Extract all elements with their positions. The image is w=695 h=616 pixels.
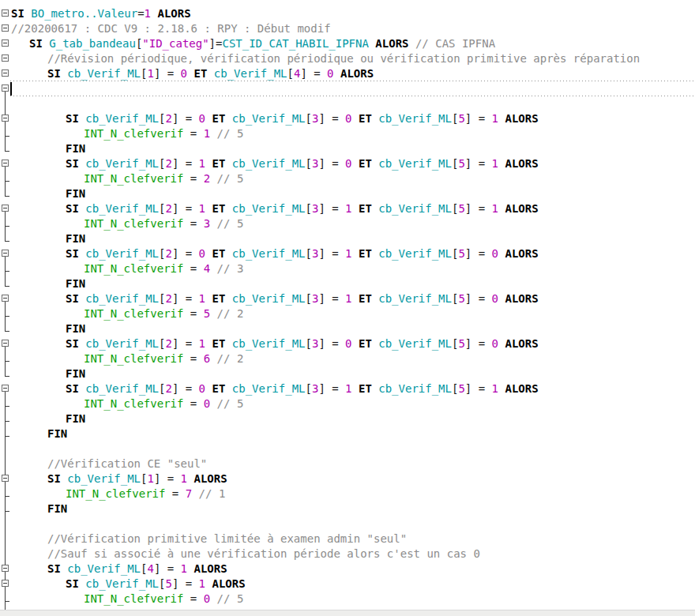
code-token: 0	[199, 382, 205, 395]
code-token: 0	[492, 337, 498, 350]
code-line-1[interactable]: SI BO_metro..Valeur=1 ALORS	[0, 6, 695, 21]
code-line-8[interactable]: SI cb_Verif_ML[2] = 0 ET cb_Verif_ML[3] …	[0, 111, 695, 126]
code-token: cb_Verif_ML	[232, 247, 306, 260]
code-line-7[interactable]	[0, 96, 695, 111]
code-line-40[interactable]: INT_N_clefverif = 0 // 5	[0, 592, 695, 607]
code-token: ALORS	[505, 337, 538, 350]
code-token: =	[165, 487, 185, 500]
code-text: FIN	[66, 186, 85, 201]
code-token: ET	[193, 67, 207, 80]
code-line-24[interactable]: INT_N_clefverif = 6 // 2	[0, 351, 695, 366]
code-line-27[interactable]: INT_N_clefverif = 0 // 5	[0, 396, 695, 411]
fold-collapse-icon[interactable]	[2, 295, 9, 302]
code-line-15[interactable]: INT_N_clefverif = 3 // 5	[0, 216, 695, 231]
code-token: ALORS	[375, 37, 408, 50]
code-token	[225, 112, 231, 125]
code-token: cb_Verif_ML	[85, 157, 159, 170]
code-line-16[interactable]: FIN	[0, 231, 695, 246]
code-line-29[interactable]: FIN	[0, 426, 695, 441]
fold-collapse-icon[interactable]	[2, 340, 9, 347]
code-line-35[interactable]	[0, 516, 695, 531]
code-token: ] =	[172, 337, 199, 350]
code-line-10[interactable]: FIN	[0, 141, 695, 156]
code-token: cb_Verif_ML	[378, 247, 452, 260]
code-line-6[interactable]	[0, 81, 695, 96]
code-text: SI cb_Verif_ML[1] = 0 ET cb_Verif_ML[4] …	[47, 66, 374, 81]
code-token: 2	[165, 202, 171, 215]
code-token: ] =	[318, 292, 345, 305]
fold-end-line	[5, 137, 9, 152]
code-line-13[interactable]: FIN	[0, 186, 695, 201]
fold-collapse-icon[interactable]	[2, 565, 9, 572]
horizontal-scrollbar-track[interactable]	[0, 610, 695, 616]
code-line-28[interactable]: FIN	[0, 411, 695, 426]
code-token: SI	[47, 67, 61, 80]
code-line-5[interactable]: SI cb_Verif_ML[1] = 0 ET cb_Verif_ML[4] …	[0, 66, 695, 81]
code-line-34[interactable]: FIN	[0, 501, 695, 516]
fold-collapse-icon[interactable]	[2, 160, 9, 167]
code-line-3[interactable]: SI G_tab_bandeau["ID_categ"]=CST_ID_CAT_…	[0, 36, 695, 51]
code-line-19[interactable]: FIN	[0, 276, 695, 291]
code-line-11[interactable]: SI cb_Verif_ML[2] = 1 ET cb_Verif_ML[3] …	[0, 156, 695, 171]
code-line-38[interactable]: SI cb_Verif_ML[4] = 1 ALORS	[0, 562, 695, 577]
code-token: cb_Verif_ML	[378, 202, 452, 215]
fold-end-line	[5, 392, 9, 407]
fold-end-line	[5, 482, 9, 497]
code-line-36[interactable]: //Vérification primitive limitée à exame…	[0, 531, 695, 547]
code-line-26[interactable]: SI cb_Verif_ML[2] = 0 ET cb_Verif_ML[3] …	[0, 381, 695, 396]
code-token: =	[183, 127, 203, 140]
code-line-2[interactable]: //20200617 : CDC V9 : 2.18.6 : RPY : Déb…	[0, 21, 695, 36]
fold-collapse-icon[interactable]	[2, 24, 9, 32]
code-line-39[interactable]: SI cb_Verif_ML[5] = 1 ALORS	[0, 577, 695, 592]
code-token: SI	[66, 382, 79, 395]
code-token: //Révision périodique, vérification péri…	[47, 52, 640, 65]
code-token: ET	[212, 292, 225, 305]
code-token: 1	[181, 472, 187, 485]
code-line-25[interactable]: FIN	[0, 366, 695, 381]
code-editor[interactable]: SI BO_metro..Valeur=1 ALORS//20200617 : …	[0, 0, 695, 607]
code-line-22[interactable]: FIN	[0, 321, 695, 336]
fold-collapse-icon[interactable]	[2, 9, 9, 17]
fold-collapse-icon[interactable]	[2, 69, 9, 77]
code-line-37[interactable]: //Sauf si associé à une vérification pér…	[0, 547, 695, 562]
code-token: 5	[458, 337, 464, 350]
code-line-21[interactable]: INT_N_clefverif = 5 // 2	[0, 306, 695, 321]
code-line-17[interactable]: SI cb_Verif_ML[2] = 0 ET cb_Verif_ML[3] …	[0, 246, 695, 261]
fold-collapse-icon[interactable]	[2, 250, 9, 257]
code-text: FIN	[66, 411, 85, 426]
code-line-12[interactable]: INT_N_clefverif = 2 // 5	[0, 171, 695, 186]
code-token: cb_Verif_ML	[85, 382, 159, 395]
code-token: ] =	[154, 472, 181, 485]
code-line-18[interactable]: INT_N_clefverif = 4 // 3	[0, 261, 695, 276]
fold-collapse-icon[interactable]	[2, 85, 9, 92]
code-token: cb_Verif_ML	[232, 382, 306, 395]
code-token: ] =	[318, 202, 345, 215]
code-token: ] =	[465, 247, 492, 260]
code-line-32[interactable]: SI cb_Verif_ML[1] = 1 ALORS	[0, 471, 695, 486]
code-token: 5	[204, 307, 210, 320]
fold-collapse-icon[interactable]	[2, 205, 9, 212]
fold-collapse-icon[interactable]	[2, 115, 9, 122]
fold-collapse-icon[interactable]	[2, 385, 9, 392]
code-line-31[interactable]: //Vérification CE "seul"	[0, 456, 695, 471]
code-token: ALORS	[505, 382, 538, 395]
code-line-30[interactable]	[0, 441, 695, 456]
code-token: 0	[199, 112, 205, 125]
fold-collapse-icon[interactable]	[2, 580, 9, 587]
code-line-23[interactable]: SI cb_Verif_ML[2] = 1 ET cb_Verif_ML[3] …	[0, 336, 695, 351]
code-token: ALORS	[505, 247, 538, 260]
code-text: INT_N_clefverif = 0 // 5	[84, 396, 243, 411]
code-token	[352, 157, 359, 170]
code-line-4[interactable]: //Révision périodique, vérification péri…	[0, 51, 695, 66]
code-token: 5	[458, 382, 464, 395]
code-line-14[interactable]: SI cb_Verif_ML[2] = 1 ET cb_Verif_ML[3] …	[0, 201, 695, 216]
fold-collapse-icon[interactable]	[2, 39, 9, 47]
code-line-33[interactable]: INT_N_clefverif = 7 // 1	[0, 486, 695, 501]
fold-collapse-icon[interactable]	[2, 54, 9, 62]
code-token: ] =	[318, 157, 345, 170]
fold-end-line	[5, 407, 9, 422]
code-line-9[interactable]: INT_N_clefverif = 1 // 5	[0, 126, 695, 141]
fold-collapse-icon[interactable]	[2, 475, 9, 482]
code-line-20[interactable]: SI cb_Verif_ML[2] = 1 ET cb_Verif_ML[3] …	[0, 291, 695, 306]
code-token: INT_N_clefverif	[84, 262, 183, 275]
